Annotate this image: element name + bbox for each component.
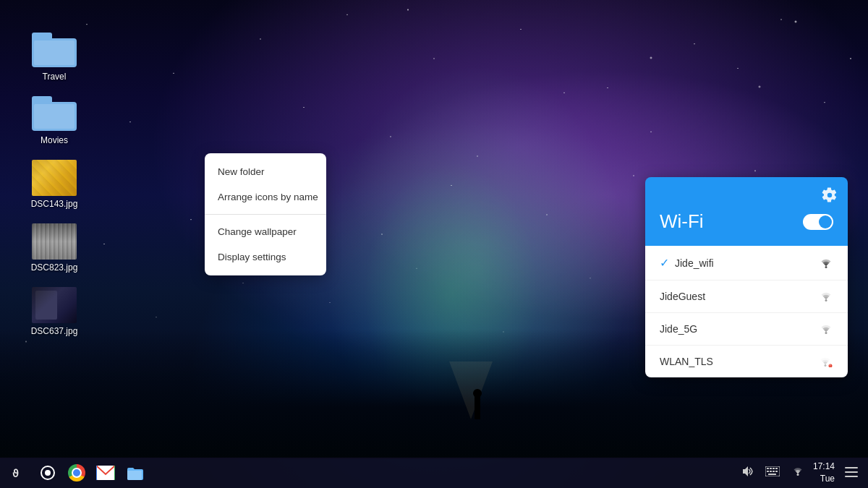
taskbar-files-button[interactable]: [122, 460, 148, 486]
wifi-network-jide-wifi[interactable]: ✓ Jide_wifi: [645, 246, 848, 281]
taskbar-menu-button[interactable]: [841, 463, 862, 484]
svg-rect-23: [845, 467, 858, 468]
wifi-signal-jide: [819, 257, 833, 269]
wifi-signal-wlantls: !: [817, 356, 833, 367]
svg-rect-13: [767, 468, 769, 469]
taskbar-clock[interactable]: 17:14 Tue: [813, 461, 835, 485]
context-menu-new-folder[interactable]: New folder: [205, 159, 326, 184]
hamburger-icon: [845, 467, 858, 477]
wifi-toggle[interactable]: [803, 214, 833, 230]
taskbar-app-button[interactable]: [35, 460, 61, 486]
svg-rect-24: [845, 471, 858, 473]
folder-icon-travel: [32, 33, 77, 69]
wifi-signal-jide5g: [819, 323, 833, 335]
desktop-icon-travel[interactable]: Travel: [22, 29, 87, 85]
svg-point-2: [825, 332, 827, 334]
desktop-icon-label-travel: Travel: [25, 72, 83, 82]
svg-point-3: [825, 364, 827, 367]
jide-logo-icon: ϑ: [11, 465, 27, 481]
wifi-check-jide: ✓: [660, 256, 669, 270]
taskbar-gmail-button[interactable]: [93, 460, 119, 486]
wifi-network-wlan-tls[interactable]: WLAN_TLS !: [645, 346, 848, 377]
taskbar-left: ϑ: [6, 460, 148, 486]
svg-point-8: [45, 470, 51, 476]
desktop-icon-label-dsc823: DSC823.jpg: [25, 262, 83, 273]
volume-icon: [741, 466, 754, 477]
taskbar-jide-button[interactable]: ϑ: [6, 460, 32, 486]
taskbar-keyboard-icon[interactable]: [762, 463, 783, 482]
folder-icon-movies: [32, 96, 77, 132]
svg-point-1: [825, 299, 827, 301]
thumbnail-dsc823: [32, 223, 77, 260]
app-circle-icon: [40, 465, 56, 481]
svg-point-22: [796, 474, 799, 476]
context-menu: New folder Arrange icons by name Change …: [205, 153, 326, 275]
svg-rect-25: [845, 476, 858, 477]
wifi-panel: Wi-Fi ✓ Jide_wifi JideGuest: [645, 177, 848, 377]
taskbar: ϑ: [0, 458, 868, 488]
person-silhouette: [470, 383, 485, 419]
desktop-icon-label-dsc637: DSC637.jpg: [25, 326, 83, 336]
wifi-name-jide-guest: JideGuest: [660, 291, 705, 302]
wifi-signal-jideguest: [819, 291, 833, 302]
desktop-icon-movies[interactable]: Movies: [22, 93, 87, 149]
wifi-header: Wi-Fi: [645, 177, 848, 246]
svg-point-0: [825, 266, 827, 268]
svg-rect-14: [770, 468, 772, 469]
taskbar-wifi-icon[interactable]: [788, 463, 807, 482]
svg-text:ϑ: ϑ: [12, 468, 19, 479]
desktop-icon-dsc143[interactable]: DSC143.jpg: [22, 156, 87, 213]
taskbar-chrome-button[interactable]: [64, 460, 90, 486]
context-menu-arrange-icons[interactable]: Arrange icons by name: [205, 184, 326, 210]
gmail-icon: [96, 466, 115, 480]
clock-time: 17:14: [813, 461, 835, 473]
svg-text:!: !: [830, 364, 830, 367]
wifi-name-jide-5g: Jide_5G: [660, 323, 697, 335]
thumbnail-dsc637: [32, 287, 77, 323]
svg-rect-15: [773, 468, 775, 469]
svg-rect-21: [768, 474, 776, 475]
svg-rect-18: [770, 471, 772, 472]
svg-rect-20: [775, 471, 778, 472]
wifi-networks-list: ✓ Jide_wifi JideGuest Jide_5G: [645, 246, 848, 377]
desktop-icon-dsc823[interactable]: DSC823.jpg: [22, 220, 87, 276]
taskbar-wifi-signal-icon: [791, 466, 804, 476]
context-menu-display-settings[interactable]: Display settings: [205, 244, 326, 270]
svg-rect-19: [773, 471, 775, 472]
wifi-name-jide-wifi: Jide_wifi: [675, 257, 714, 269]
thumbnail-dsc143: [32, 160, 77, 196]
wifi-settings-icon[interactable]: [822, 187, 838, 203]
chrome-icon: [68, 464, 85, 481]
context-menu-divider-1: [205, 214, 326, 215]
taskbar-volume-icon[interactable]: [738, 463, 757, 483]
wifi-name-wlan-tls: WLAN_TLS: [660, 356, 713, 367]
desktop-icon-label-dsc143: DSC143.jpg: [25, 199, 83, 209]
context-menu-change-wallpaper[interactable]: Change wallpaper: [205, 219, 326, 244]
keyboard-icon: [765, 466, 780, 476]
wifi-toggle-switch[interactable]: [803, 214, 833, 230]
svg-rect-17: [767, 471, 769, 472]
desktop-icon-dsc637[interactable]: DSC637.jpg: [22, 283, 87, 340]
wifi-title: Wi-Fi: [660, 210, 704, 233]
clock-day: Tue: [813, 473, 835, 485]
svg-rect-16: [775, 468, 778, 469]
taskbar-right: 17:14 Tue: [738, 461, 862, 485]
desktop-icons: Travel Movies DSC143.jpg DSC823.jpg DSC6…: [22, 29, 87, 340]
wifi-network-jide-guest[interactable]: JideGuest: [645, 281, 848, 313]
files-icon: [126, 465, 143, 481]
desktop-icon-label-movies: Movies: [25, 135, 83, 145]
wifi-network-jide-5g[interactable]: Jide_5G: [645, 313, 848, 346]
